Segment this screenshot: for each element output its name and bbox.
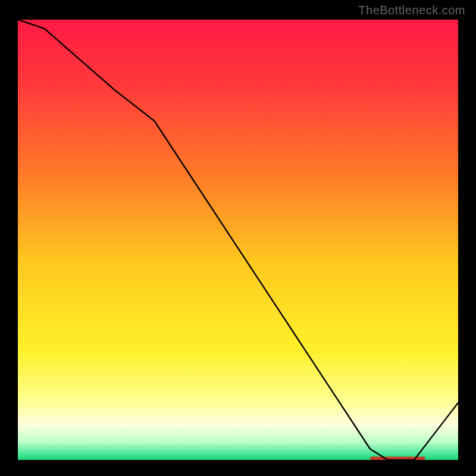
watermark-text: TheBottleneck.com xyxy=(358,4,465,17)
chart-plot-area xyxy=(18,20,458,460)
chart-svg xyxy=(18,20,458,460)
chart-background xyxy=(18,20,458,460)
